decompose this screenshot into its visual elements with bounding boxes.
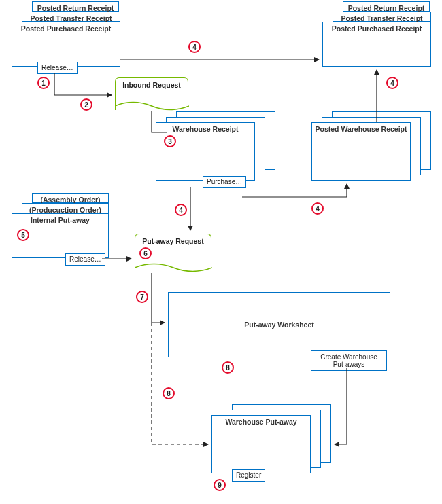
badge-4-mid-right: 4 xyxy=(311,202,324,215)
label: Posted Purchased Receipt xyxy=(12,24,120,34)
badge-4-top: 4 xyxy=(188,41,201,53)
label: Posted Purchased Receipt xyxy=(323,24,430,34)
purchase-button[interactable]: Purchase… xyxy=(203,176,246,188)
label: Register xyxy=(236,471,261,479)
badge-4-mid-left: 4 xyxy=(175,204,187,216)
label: Release… xyxy=(41,64,73,71)
posted-return-receipt-box-1: Posted Return Receipt xyxy=(32,1,119,12)
label: Purchase… xyxy=(207,178,242,185)
label: Create WarehousePut-aways xyxy=(320,353,377,368)
posted-return-receipt-box-2: Posted Return Receipt xyxy=(343,1,430,12)
putaway-worksheet-box: Put-away Worksheet xyxy=(168,292,390,357)
warehouse-receipt-box: Warehouse Receipt xyxy=(156,122,255,181)
badge-9: 9 xyxy=(214,479,226,491)
wh-putaway-box: Warehouse Put-away xyxy=(211,415,311,473)
badge-6: 6 xyxy=(139,247,152,259)
posted-wh-receipt-box: Posted Warehouse Receipt xyxy=(311,122,411,181)
badge-2: 2 xyxy=(80,98,92,111)
badge-4-right: 4 xyxy=(386,77,398,89)
production-order-box: (Producuction Order) xyxy=(22,203,109,213)
posted-purchased-receipt-box-1: Posted Purchased Receipt xyxy=(12,22,120,67)
posted-transfer-receipt-box-2: Posted Transfer Receipt xyxy=(333,12,431,22)
label: Warehouse Put-away xyxy=(212,417,310,427)
label: Inbound Request xyxy=(116,81,188,89)
assembly-order-box: (Assembly Order) xyxy=(32,193,109,203)
label: Release… xyxy=(69,255,101,263)
label: Put-away Worksheet xyxy=(169,320,390,330)
posted-purchased-receipt-box-2: Posted Purchased Receipt xyxy=(322,22,431,67)
label: Internal Put-away xyxy=(12,215,108,226)
register-button[interactable]: Register xyxy=(232,469,265,482)
badge-8-center: 8 xyxy=(222,361,234,374)
release-button-2[interactable]: Release… xyxy=(65,253,105,266)
badge-7: 7 xyxy=(136,291,148,303)
inbound-request-box: Inbound Request xyxy=(115,77,188,110)
posted-transfer-receipt-box-1: Posted Transfer Receipt xyxy=(22,12,120,22)
release-button-1[interactable]: Release… xyxy=(37,62,78,74)
badge-8-dashed: 8 xyxy=(163,387,175,399)
badge-5: 5 xyxy=(17,229,29,241)
badge-3: 3 xyxy=(164,135,176,147)
label: Put-away Request xyxy=(135,237,211,245)
label: Warehouse Receipt xyxy=(156,124,254,134)
label: Posted Warehouse Receipt xyxy=(312,124,410,134)
create-wh-putaways-button[interactable]: Create WarehousePut-aways xyxy=(311,350,387,371)
badge-1: 1 xyxy=(37,77,50,89)
